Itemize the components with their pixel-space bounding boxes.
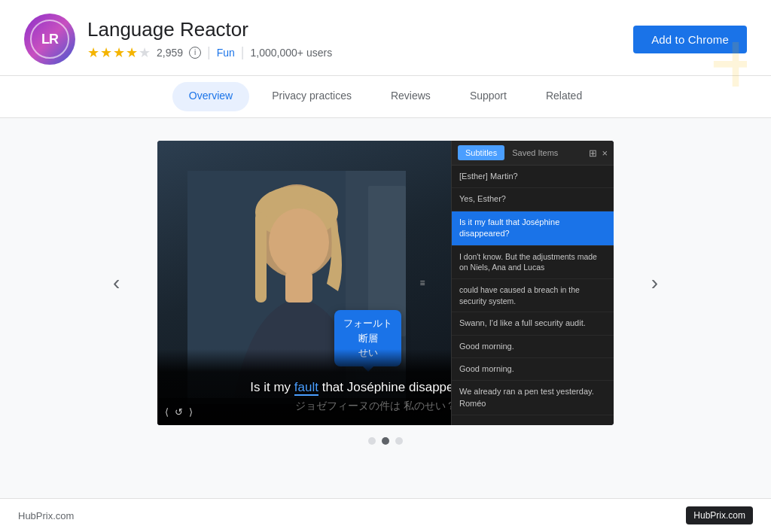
star-3: ★ <box>113 44 125 61</box>
tooltip-line1: フォールト <box>343 316 392 331</box>
carousel-dot-1[interactable] <box>382 437 389 445</box>
tab-overview[interactable]: Overview <box>172 82 249 111</box>
svg-rect-5 <box>285 272 312 302</box>
star-rating: ★ ★ ★ ★ ★ <box>87 44 151 61</box>
rating-count: 2,959 <box>157 47 183 59</box>
tab-related[interactable]: Related <box>526 76 602 117</box>
header-left: LR Language Reactor ★ ★ ★ ★ ★ 2,959 i | … <box>24 14 332 65</box>
subtitle-item-2[interactable]: Is it my fault that Joséphine disappeare… <box>452 211 614 246</box>
star-1: ★ <box>87 44 99 61</box>
tab-reviews[interactable]: Reviews <box>371 76 450 117</box>
carousel-dot-2[interactable] <box>395 437 403 445</box>
carousel-dot-0[interactable] <box>368 437 376 445</box>
meta-row: ★ ★ ★ ★ ★ 2,959 i | Fun | 1,000,000+ use… <box>87 44 332 61</box>
star-5: ★ <box>139 44 151 61</box>
category-tag[interactable]: Fun <box>217 47 235 59</box>
menu-icon[interactable]: ≡ <box>415 275 430 290</box>
panel-tab-saved[interactable]: Saved Items <box>504 145 565 160</box>
users-count: 1,000,000+ users <box>251 47 333 59</box>
header: LR Language Reactor ★ ★ ★ ★ ★ 2,959 i | … <box>0 0 771 76</box>
subtitle-item-3[interactable]: I don't know. But the adjustments made o… <box>452 246 614 279</box>
screenshot-frame: フォールト 断層 せい Is it my fault that Joséphin… <box>157 141 614 425</box>
panel-header: Subtitles Saved Items ⊞ × <box>452 141 614 166</box>
subtitle-item-8[interactable]: We already ran a pen test yesterday. Rom… <box>452 381 614 415</box>
print-icon[interactable]: ⊞ <box>589 147 597 159</box>
close-panel-icon[interactable]: × <box>602 147 608 159</box>
footer: HubPrix.com HubPrix.com <box>0 498 771 532</box>
divider: | <box>207 44 211 60</box>
carousel-dots <box>368 437 403 445</box>
subtitle-list: [Esther] Martin? Yes, Esther? Is it my f… <box>452 166 614 423</box>
app-logo: LR <box>24 14 75 65</box>
video-side-icons: ≡ <box>415 275 430 290</box>
footer-left-link[interactable]: HubPrix.com <box>18 510 74 521</box>
subtitle-item-5[interactable]: Swann, I'd like a full security audit. <box>452 312 614 335</box>
footer-right-badge: HubPrix.com <box>686 506 753 524</box>
carousel-next-button[interactable]: › <box>645 265 664 301</box>
main-content: ‹ <box>0 118 771 460</box>
carousel: ‹ <box>152 141 619 425</box>
subtitle-item-7[interactable]: Good morning. <box>452 358 614 381</box>
play-prev-icon[interactable]: ⟨ <box>165 406 169 418</box>
subtitle-item-4[interactable]: could have caused a breach in the securi… <box>452 279 614 312</box>
play-next-icon[interactable]: ⟩ <box>189 406 193 418</box>
nav-tabs: Overview Privacy practices Reviews Suppo… <box>0 76 771 118</box>
star-4: ★ <box>126 44 138 61</box>
svg-rect-3 <box>255 212 267 302</box>
star-2: ★ <box>100 44 112 61</box>
button-area: + Add to Chrome <box>633 26 747 53</box>
add-to-chrome-button[interactable]: Add to Chrome <box>633 26 747 53</box>
subtitle-panel: Subtitles Saved Items ⊞ × [Esther] Marti… <box>451 141 614 425</box>
app-title: Language Reactor <box>87 18 332 41</box>
tab-privacy[interactable]: Privacy practices <box>252 76 371 117</box>
tab-support[interactable]: Support <box>450 76 526 117</box>
subtitle-item-1[interactable]: Yes, Esther? <box>452 188 614 211</box>
subtitle-item-0[interactable]: [Esther] Martin? <box>452 166 614 188</box>
highlighted-word[interactable]: fault <box>294 380 318 396</box>
divider2: | <box>241 44 245 60</box>
carousel-prev-button[interactable]: ‹ <box>107 265 126 301</box>
tooltip-line2: 断層 <box>343 331 392 346</box>
info-icon[interactable]: i <box>189 47 201 59</box>
svg-point-4 <box>269 208 329 276</box>
title-area: Language Reactor ★ ★ ★ ★ ★ 2,959 i | Fun… <box>87 18 332 61</box>
subtitle-item-6[interactable]: Good morning. <box>452 336 614 358</box>
refresh-icon[interactable]: ↺ <box>175 406 183 418</box>
panel-tab-subtitles[interactable]: Subtitles <box>458 145 504 160</box>
panel-icons: ⊞ × <box>589 147 608 159</box>
